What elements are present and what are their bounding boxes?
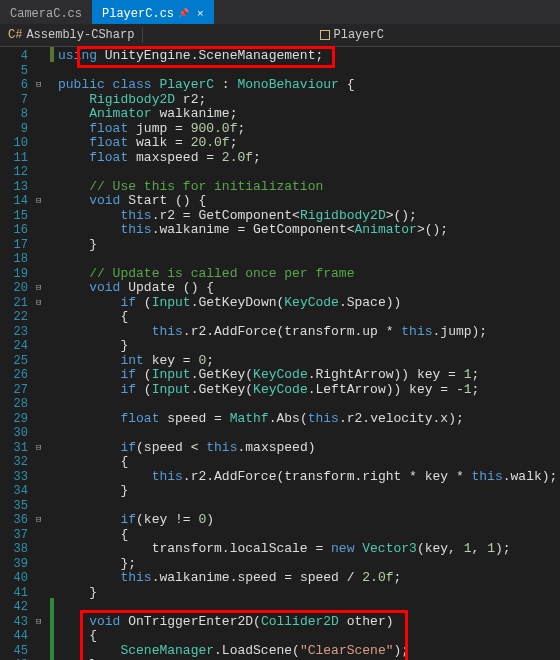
csharp-icon: C# [8,28,22,42]
navigation-bar: C#Assembly-CSharp PlayerC [0,24,560,47]
line-gutter: 4567891011121314151617181920212223242526… [0,47,36,660]
nav-class[interactable]: PlayerC [312,26,392,44]
close-icon[interactable]: × [197,8,204,20]
class-icon [320,30,330,40]
fold-gutter[interactable]: ⊟⊟⊟⊟⊟⊟⊟ [36,47,50,660]
tab-bar: CameraC.cs PlayerC.cs📌× [0,0,560,24]
code-area[interactable]: using UnityEngine.SceneManagement;public… [54,47,560,660]
tab-camerac[interactable]: CameraC.cs [0,0,92,24]
pin-icon[interactable]: 📌 [178,8,189,19]
nav-project[interactable]: C#Assembly-CSharp [0,26,142,44]
code-editor[interactable]: 4567891011121314151617181920212223242526… [0,47,560,660]
tab-playerc[interactable]: PlayerC.cs📌× [92,0,214,24]
